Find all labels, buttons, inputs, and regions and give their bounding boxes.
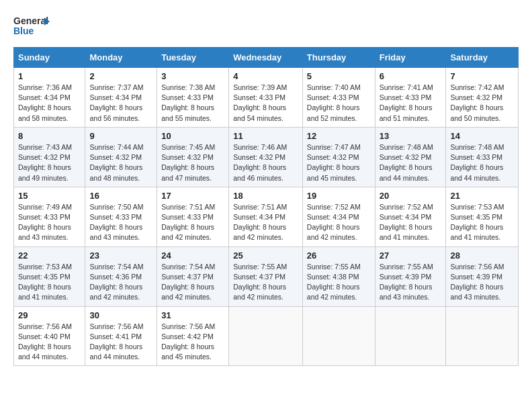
day-detail: Sunrise: 7:54 AMSunset: 4:37 PMDaylight:… xyxy=(161,263,215,302)
day-number: 17 xyxy=(161,191,224,201)
svg-text:General: General xyxy=(13,15,48,26)
day-number: 15 xyxy=(18,191,81,201)
calendar-table: SundayMondayTuesdayWednesdayThursdayFrid… xyxy=(13,47,519,366)
calendar-cell: 10 Sunrise: 7:45 AMSunset: 4:32 PMDaylig… xyxy=(157,127,229,187)
day-detail: Sunrise: 7:56 AMSunset: 4:40 PMDaylight:… xyxy=(18,322,72,361)
calendar-cell: 4 Sunrise: 7:39 AMSunset: 4:33 PMDayligh… xyxy=(229,68,303,128)
day-number: 31 xyxy=(161,310,224,320)
calendar-week-5: 29 Sunrise: 7:56 AMSunset: 4:40 PMDaylig… xyxy=(14,306,519,366)
calendar-cell: 9 Sunrise: 7:44 AMSunset: 4:32 PMDayligh… xyxy=(85,127,157,187)
calendar-cell: 17 Sunrise: 7:51 AMSunset: 4:33 PMDaylig… xyxy=(157,187,229,246)
day-number: 23 xyxy=(89,250,152,261)
day-detail: Sunrise: 7:40 AMSunset: 4:33 PMDaylight:… xyxy=(307,83,361,122)
day-number: 30 xyxy=(89,310,152,320)
calendar-cell: 2 Sunrise: 7:37 AMSunset: 4:34 PMDayligh… xyxy=(85,68,157,128)
calendar-header-sunday: Sunday xyxy=(14,48,85,68)
day-detail: Sunrise: 7:55 AMSunset: 4:38 PMDaylight:… xyxy=(307,263,361,302)
calendar-cell: 30 Sunrise: 7:56 AMSunset: 4:41 PMDaylig… xyxy=(85,306,157,366)
calendar-cell: 14 Sunrise: 7:48 AMSunset: 4:33 PMDaylig… xyxy=(446,127,519,187)
calendar-cell: 12 Sunrise: 7:47 AMSunset: 4:32 PMDaylig… xyxy=(302,127,375,187)
day-detail: Sunrise: 7:56 AMSunset: 4:41 PMDaylight:… xyxy=(89,322,143,361)
calendar-cell: 3 Sunrise: 7:38 AMSunset: 4:33 PMDayligh… xyxy=(157,68,229,128)
calendar-cell: 23 Sunrise: 7:54 AMSunset: 4:36 PMDaylig… xyxy=(85,246,157,306)
day-number: 22 xyxy=(18,250,81,261)
day-number: 18 xyxy=(233,191,298,201)
calendar-week-2: 8 Sunrise: 7:43 AMSunset: 4:32 PMDayligh… xyxy=(14,127,519,187)
day-detail: Sunrise: 7:53 AMSunset: 4:35 PMDaylight:… xyxy=(450,203,504,242)
day-detail: Sunrise: 7:55 AMSunset: 4:37 PMDaylight:… xyxy=(233,263,287,302)
day-number: 13 xyxy=(380,131,442,141)
day-detail: Sunrise: 7:54 AMSunset: 4:36 PMDaylight:… xyxy=(89,263,143,302)
day-detail: Sunrise: 7:36 AMSunset: 4:34 PMDaylight:… xyxy=(18,83,72,122)
calendar-header-monday: Monday xyxy=(85,48,157,68)
calendar-header-tuesday: Tuesday xyxy=(157,48,229,68)
day-number: 4 xyxy=(233,71,298,81)
day-detail: Sunrise: 7:56 AMSunset: 4:42 PMDaylight:… xyxy=(161,322,215,361)
day-number: 24 xyxy=(161,250,224,261)
day-number: 28 xyxy=(450,250,514,261)
day-detail: Sunrise: 7:49 AMSunset: 4:33 PMDaylight:… xyxy=(18,203,72,242)
day-number: 2 xyxy=(89,71,152,81)
day-number: 26 xyxy=(307,250,371,261)
day-number: 27 xyxy=(380,250,442,261)
calendar-cell: 11 Sunrise: 7:46 AMSunset: 4:32 PMDaylig… xyxy=(229,127,303,187)
day-number: 11 xyxy=(233,131,298,141)
day-number: 29 xyxy=(18,310,81,320)
calendar-cell: 24 Sunrise: 7:54 AMSunset: 4:37 PMDaylig… xyxy=(157,246,229,306)
day-detail: Sunrise: 7:50 AMSunset: 4:33 PMDaylight:… xyxy=(89,203,143,242)
calendar-cell xyxy=(446,306,519,366)
day-detail: Sunrise: 7:48 AMSunset: 4:32 PMDaylight:… xyxy=(380,143,433,182)
day-number: 7 xyxy=(450,71,514,81)
day-detail: Sunrise: 7:41 AMSunset: 4:33 PMDaylight:… xyxy=(380,83,433,122)
day-detail: Sunrise: 7:45 AMSunset: 4:32 PMDaylight:… xyxy=(161,143,215,182)
day-detail: Sunrise: 7:38 AMSunset: 4:33 PMDaylight:… xyxy=(161,83,215,122)
day-detail: Sunrise: 7:37 AMSunset: 4:34 PMDaylight:… xyxy=(89,83,143,122)
calendar-header-saturday: Saturday xyxy=(446,48,519,68)
calendar-cell: 25 Sunrise: 7:55 AMSunset: 4:37 PMDaylig… xyxy=(229,246,303,306)
day-number: 20 xyxy=(380,191,442,201)
day-number: 16 xyxy=(89,191,152,201)
day-detail: Sunrise: 7:43 AMSunset: 4:32 PMDaylight:… xyxy=(18,143,72,182)
calendar-cell: 6 Sunrise: 7:41 AMSunset: 4:33 PMDayligh… xyxy=(375,68,446,128)
calendar-cell: 21 Sunrise: 7:53 AMSunset: 4:35 PMDaylig… xyxy=(446,187,519,246)
calendar-cell: 5 Sunrise: 7:40 AMSunset: 4:33 PMDayligh… xyxy=(302,68,375,128)
calendar-cell: 27 Sunrise: 7:55 AMSunset: 4:39 PMDaylig… xyxy=(375,246,446,306)
calendar-cell: 19 Sunrise: 7:52 AMSunset: 4:34 PMDaylig… xyxy=(302,187,375,246)
day-detail: Sunrise: 7:52 AMSunset: 4:34 PMDaylight:… xyxy=(380,203,433,242)
calendar-cell: 1 Sunrise: 7:36 AMSunset: 4:34 PMDayligh… xyxy=(14,68,85,128)
day-number: 25 xyxy=(233,250,298,261)
calendar-week-4: 22 Sunrise: 7:53 AMSunset: 4:35 PMDaylig… xyxy=(14,246,519,306)
calendar-cell xyxy=(229,306,303,366)
day-detail: Sunrise: 7:51 AMSunset: 4:34 PMDaylight:… xyxy=(233,203,287,242)
calendar-cell: 18 Sunrise: 7:51 AMSunset: 4:34 PMDaylig… xyxy=(229,187,303,246)
day-detail: Sunrise: 7:47 AMSunset: 4:32 PMDaylight:… xyxy=(307,143,361,182)
day-detail: Sunrise: 7:39 AMSunset: 4:33 PMDaylight:… xyxy=(233,83,287,122)
day-number: 14 xyxy=(450,131,514,141)
calendar-week-3: 15 Sunrise: 7:49 AMSunset: 4:33 PMDaylig… xyxy=(14,187,519,246)
logo: General Blue xyxy=(13,12,50,40)
calendar-cell: 16 Sunrise: 7:50 AMSunset: 4:33 PMDaylig… xyxy=(85,187,157,246)
day-number: 5 xyxy=(307,71,371,81)
calendar-cell: 7 Sunrise: 7:42 AMSunset: 4:32 PMDayligh… xyxy=(446,68,519,128)
calendar-header-row: SundayMondayTuesdayWednesdayThursdayFrid… xyxy=(14,48,519,68)
calendar-cell: 26 Sunrise: 7:55 AMSunset: 4:38 PMDaylig… xyxy=(302,246,375,306)
calendar-header-wednesday: Wednesday xyxy=(229,48,303,68)
calendar-header-thursday: Thursday xyxy=(302,48,375,68)
day-number: 1 xyxy=(18,71,81,81)
calendar-cell xyxy=(375,306,446,366)
calendar-week-1: 1 Sunrise: 7:36 AMSunset: 4:34 PMDayligh… xyxy=(14,68,519,128)
page: General Blue SundayMondayTuesdayWednesda… xyxy=(0,0,532,411)
day-number: 8 xyxy=(18,131,81,141)
day-detail: Sunrise: 7:42 AMSunset: 4:32 PMDaylight:… xyxy=(450,83,504,122)
day-number: 3 xyxy=(161,71,224,81)
logo-icon: General Blue xyxy=(13,12,50,40)
day-detail: Sunrise: 7:51 AMSunset: 4:33 PMDaylight:… xyxy=(161,203,215,242)
calendar-cell: 20 Sunrise: 7:52 AMSunset: 4:34 PMDaylig… xyxy=(375,187,446,246)
day-number: 9 xyxy=(89,131,152,141)
day-detail: Sunrise: 7:44 AMSunset: 4:32 PMDaylight:… xyxy=(89,143,143,182)
day-number: 19 xyxy=(307,191,371,201)
calendar-cell: 13 Sunrise: 7:48 AMSunset: 4:32 PMDaylig… xyxy=(375,127,446,187)
day-detail: Sunrise: 7:53 AMSunset: 4:35 PMDaylight:… xyxy=(18,263,72,302)
calendar-header-friday: Friday xyxy=(375,48,446,68)
header: General Blue xyxy=(13,12,519,40)
